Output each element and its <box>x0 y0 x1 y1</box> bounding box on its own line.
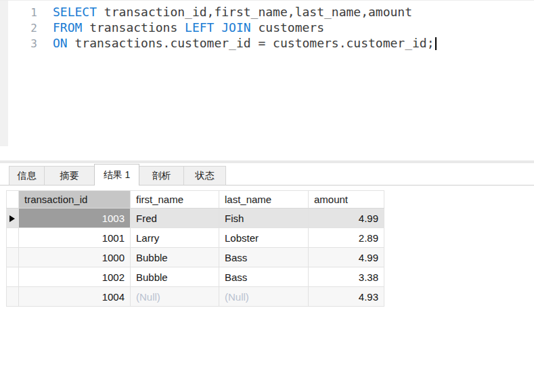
tab-profile[interactable]: 剖析 <box>139 166 184 185</box>
current-row-arrow-icon <box>9 215 15 222</box>
cell[interactable]: 4.99 <box>309 248 384 267</box>
tab-result-1[interactable]: 结果 1 <box>94 164 139 186</box>
code-text: FROM transactions LEFT JOIN customers <box>53 20 324 35</box>
cell[interactable]: Larry <box>131 228 219 248</box>
column-header-first-name[interactable]: first_name <box>131 191 219 209</box>
cell[interactable]: (Null) <box>131 287 219 307</box>
grid-body: 1003FredFish4.991001LarryLobster2.891000… <box>7 209 384 307</box>
table-row: 1003FredFish4.99 <box>7 209 384 228</box>
row-selector[interactable] <box>7 287 19 307</box>
code-text: ON transactions.customer_id = customers.… <box>53 35 437 51</box>
code-text: SELECT transaction_id,first_name,last_na… <box>53 4 412 20</box>
row-selector[interactable] <box>7 248 19 267</box>
row-selector[interactable] <box>7 209 19 228</box>
cell[interactable]: 3.38 <box>309 267 384 287</box>
cell[interactable]: Bubble <box>131 248 219 267</box>
code-lines: 1SELECT transaction_id,first_name,last_n… <box>0 4 534 51</box>
cell[interactable]: 4.99 <box>309 209 384 228</box>
code-line: 1SELECT transaction_id,first_name,last_n… <box>0 4 534 20</box>
table-row: 1000BubbleBass4.99 <box>7 248 384 267</box>
cell[interactable]: 2.89 <box>309 228 384 248</box>
line-number: 1 <box>0 5 37 20</box>
cell[interactable]: 1003 <box>19 209 131 228</box>
column-header-transaction-id[interactable]: transaction_id <box>19 191 131 209</box>
cell[interactable]: 1002 <box>19 267 131 287</box>
table-row: 1004(Null)(Null)4.93 <box>7 287 384 307</box>
code-line: 2FROM transactions LEFT JOIN customers <box>0 20 534 35</box>
cell[interactable]: Lobster <box>219 228 309 248</box>
code-line: 3ON transactions.customer_id = customers… <box>0 35 534 51</box>
sql-editor[interactable]: 1SELECT transaction_id,first_name,last_n… <box>0 0 534 160</box>
cell[interactable]: Bubble <box>131 267 219 287</box>
tab-info[interactable]: 信息 <box>9 166 45 185</box>
grid-header: transaction_idfirst_namelast_nameamount <box>7 191 384 209</box>
column-header-amount[interactable]: amount <box>309 191 384 209</box>
table-row: 1002BubbleBass3.38 <box>7 267 384 287</box>
cell[interactable]: 1004 <box>19 287 131 307</box>
tab-status[interactable]: 状态 <box>183 166 226 185</box>
tab-bar: 信息摘要结果 1剖析状态 <box>0 163 534 186</box>
cell[interactable]: 1001 <box>19 228 131 248</box>
cell[interactable]: Fred <box>131 209 219 228</box>
result-grid: transaction_idfirst_namelast_nameamount … <box>6 190 384 307</box>
cell[interactable]: Fish <box>219 209 309 228</box>
cell[interactable]: 4.93 <box>309 287 384 307</box>
text-caret <box>435 37 437 50</box>
grid-corner-cell[interactable] <box>7 191 19 209</box>
line-number: 2 <box>0 20 37 36</box>
line-number: 3 <box>0 36 37 51</box>
row-selector[interactable] <box>7 228 19 248</box>
table-row: 1001LarryLobster2.89 <box>7 228 384 248</box>
tab-summary[interactable]: 摘要 <box>44 166 95 185</box>
cell[interactable]: Bass <box>219 248 309 267</box>
cell[interactable]: 1000 <box>19 248 131 267</box>
cell[interactable]: Bass <box>219 267 309 287</box>
row-selector[interactable] <box>7 267 19 287</box>
column-header-last-name[interactable]: last_name <box>219 191 309 209</box>
cell[interactable]: (Null) <box>219 287 309 307</box>
